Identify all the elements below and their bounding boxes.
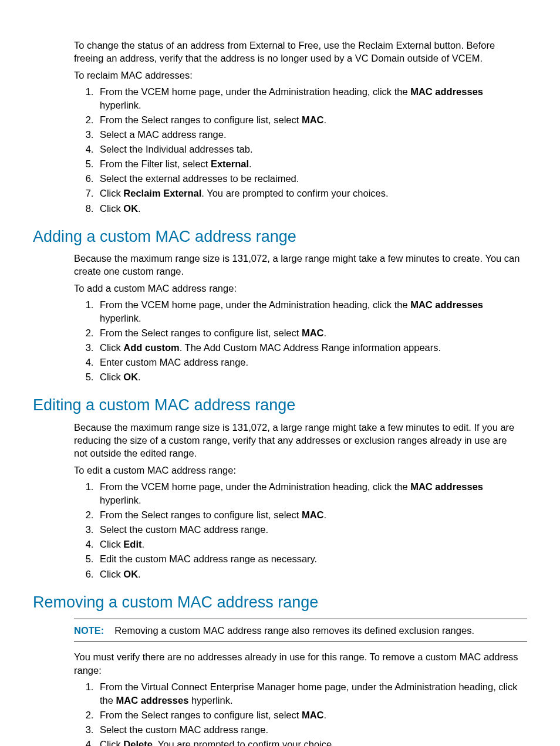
list-item: From the Filter list, select External. (96, 157, 527, 171)
list-item: From the Select ranges to configure list… (96, 508, 527, 522)
list-item: From the VCEM home page, under the Admin… (96, 85, 527, 112)
heading-removing: Removing a custom MAC address range (33, 592, 527, 613)
paragraph: Because the maximum range size is 131,07… (74, 252, 521, 278)
paragraph: To add a custom MAC address range: (74, 282, 521, 295)
list-item: Click Reclaim External. You are prompted… (96, 187, 527, 200)
ordered-list: From the Virtual Connect Enterprise Mana… (33, 680, 527, 746)
heading-editing: Editing a custom MAC address range (33, 394, 527, 416)
ordered-list: From the VCEM home page, under the Admin… (33, 480, 527, 581)
list-item: Select the external addresses to be recl… (96, 172, 527, 185)
list-item: From the Select ranges to configure list… (96, 113, 527, 127)
list-item: Click Edit. (96, 538, 527, 551)
list-item: Click Add custom. The Add Custom MAC Add… (96, 341, 527, 355)
list-item: Select the custom MAC address range. (96, 523, 527, 536)
section-reclaim: To change the status of an address from … (33, 39, 527, 215)
section-adding: Adding a custom MAC address range Becaus… (33, 226, 527, 384)
list-item: From the Select ranges to configure list… (96, 708, 527, 722)
list-item: Click Delete. You are prompted to confir… (96, 738, 527, 746)
list-item: Edit the custom MAC address range as nec… (96, 552, 527, 566)
list-item: From the VCEM home page, under the Admin… (96, 480, 527, 507)
paragraph: To reclaim MAC addresses: (74, 69, 521, 82)
list-item: Enter custom MAC address range. (96, 356, 527, 369)
list-item: Click OK. (96, 202, 527, 215)
list-item: Click OK. (96, 568, 527, 581)
heading-adding: Adding a custom MAC address range (33, 226, 527, 247)
note-label: NOTE: (74, 625, 104, 636)
list-item: Click OK. (96, 370, 527, 384)
paragraph: Because the maximum range size is 131,07… (74, 421, 521, 460)
list-item: Select the custom MAC address range. (96, 723, 527, 737)
list-item: Select the Individual addresses tab. (96, 143, 527, 156)
paragraph: You must verify there are no addresses a… (74, 650, 521, 677)
paragraph: To change the status of an address from … (74, 39, 521, 65)
note-box: NOTE:Removing a custom MAC address range… (74, 619, 527, 642)
list-item: From the VCEM home page, under the Admin… (96, 298, 527, 325)
list-item: From the Virtual Connect Enterprise Mana… (96, 680, 527, 707)
paragraph: To edit a custom MAC address range: (74, 464, 521, 477)
list-item: Select a MAC address range. (96, 128, 527, 141)
ordered-list: From the VCEM home page, under the Admin… (33, 85, 527, 215)
list-item: From the Select ranges to configure list… (96, 326, 527, 340)
section-removing: Removing a custom MAC address range NOTE… (33, 592, 527, 746)
section-editing: Editing a custom MAC address range Becau… (33, 394, 527, 580)
ordered-list: From the VCEM home page, under the Admin… (33, 298, 527, 384)
note-text: Removing a custom MAC address range also… (114, 625, 474, 636)
